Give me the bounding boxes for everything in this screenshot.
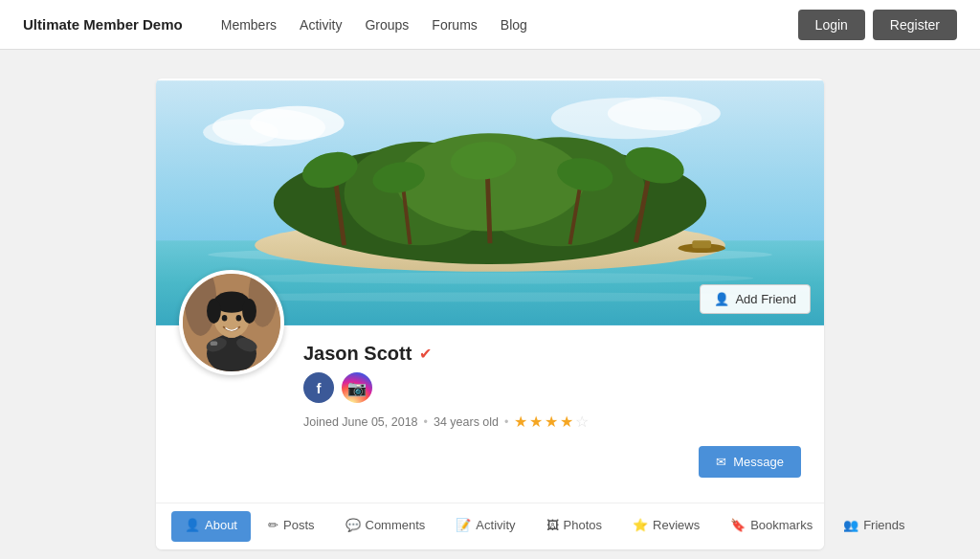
tab-comments-label: Comments <box>366 518 426 532</box>
message-button[interactable]: ✉ Message <box>699 446 801 478</box>
profile-name: Jason Scott <box>303 343 412 365</box>
avatar <box>179 270 284 375</box>
page-content: 👤 Add Friend <box>141 78 839 559</box>
tab-friends-label: Friends <box>863 518 904 532</box>
tab-activity[interactable]: 📝 Activity <box>442 503 528 549</box>
tab-photos-label: Photos <box>564 518 602 532</box>
tab-comments[interactable]: 💬 Comments <box>332 503 439 549</box>
chat-icon: 💬 <box>345 518 361 532</box>
login-button[interactable]: Login <box>798 10 865 40</box>
rating-stars: ★ ★ ★ ★ ☆ <box>514 413 589 431</box>
joined-date: Joined June 05, 2018 <box>303 415 418 429</box>
instagram-link[interactable]: 📷 <box>342 372 372 403</box>
tab-about-label: About <box>205 518 237 532</box>
person-tab-icon: 👤 <box>185 518 200 532</box>
bookmark-icon: 🔖 <box>730 518 746 532</box>
svg-point-5 <box>608 97 721 130</box>
svg-point-3 <box>203 120 278 146</box>
activity-icon: 📝 <box>456 518 471 532</box>
message-btn-row: ✉ Message <box>303 446 801 478</box>
svg-point-8 <box>227 273 754 284</box>
tab-about[interactable]: 👤 About <box>171 511 251 542</box>
svg-point-36 <box>207 299 221 324</box>
group-icon: 👥 <box>843 518 858 532</box>
tab-posts[interactable]: ✏ Posts <box>255 503 328 549</box>
person-icon: 👤 <box>714 292 729 306</box>
add-friend-button[interactable]: 👤 Add Friend <box>700 284 811 314</box>
tab-bookmarks[interactable]: 🔖 Bookmarks <box>717 503 826 549</box>
star-icon: ⭐ <box>633 518 648 532</box>
nav-blog[interactable]: Blog <box>501 17 527 33</box>
svg-point-37 <box>242 299 256 324</box>
nav-members[interactable]: Members <box>221 17 277 33</box>
profile-name-row: Jason Scott ✔ <box>303 343 801 365</box>
svg-rect-26 <box>692 240 711 248</box>
svg-point-38 <box>222 315 228 321</box>
nav-forums[interactable]: Forums <box>432 17 477 33</box>
add-friend-label: Add Friend <box>735 292 796 306</box>
star-4: ★ <box>560 413 573 431</box>
svg-point-39 <box>236 315 242 321</box>
meta-dot-1: • <box>424 415 428 429</box>
social-links: f 📷 <box>303 372 801 403</box>
star-1: ★ <box>514 413 527 431</box>
site-brand: Ultimate Member Demo <box>23 16 183 33</box>
tab-reviews[interactable]: ⭐ Reviews <box>619 503 713 549</box>
pencil-icon: ✏ <box>268 518 278 532</box>
profile-tabs: 👤 About ✏ Posts 💬 Comments 📝 Activity 🖼 … <box>156 503 824 549</box>
profile-age: 34 years old <box>434 415 499 429</box>
tab-posts-label: Posts <box>283 518 315 532</box>
main-nav: Ultimate Member Demo Members Activity Gr… <box>0 0 980 50</box>
nav-links: Members Activity Groups Forums Blog <box>221 17 798 33</box>
profile-info-section: Jason Scott ✔ f 📷 Joined June 05, 2018 •… <box>156 327 824 503</box>
register-button[interactable]: Register <box>873 10 957 40</box>
star-2: ★ <box>529 413 543 431</box>
photo-icon: 🖼 <box>546 518 559 532</box>
star-5: ☆ <box>575 413 589 431</box>
svg-rect-40 <box>211 341 217 346</box>
nav-actions: Login Register <box>798 10 957 40</box>
meta-dot-2: • <box>504 415 508 429</box>
nav-activity[interactable]: Activity <box>300 17 342 33</box>
facebook-link[interactable]: f <box>303 372 334 403</box>
profile-details: Jason Scott ✔ f 📷 Joined June 05, 2018 •… <box>303 343 801 478</box>
profile-card: 👤 Add Friend <box>156 78 824 549</box>
nav-groups[interactable]: Groups <box>365 17 409 33</box>
profile-meta: Joined June 05, 2018 • 34 years old • ★ … <box>303 413 801 431</box>
tab-photos[interactable]: 🖼 Photos <box>533 503 615 549</box>
tab-activity-label: Activity <box>476 518 515 532</box>
envelope-icon: ✉ <box>716 455 726 469</box>
tab-friends[interactable]: 👥 Friends <box>830 503 918 549</box>
star-3: ★ <box>545 413 558 431</box>
tab-reviews-label: Reviews <box>653 518 700 532</box>
message-label: Message <box>733 455 784 469</box>
verified-badge: ✔ <box>419 345 432 363</box>
tab-bookmarks-label: Bookmarks <box>750 518 813 532</box>
